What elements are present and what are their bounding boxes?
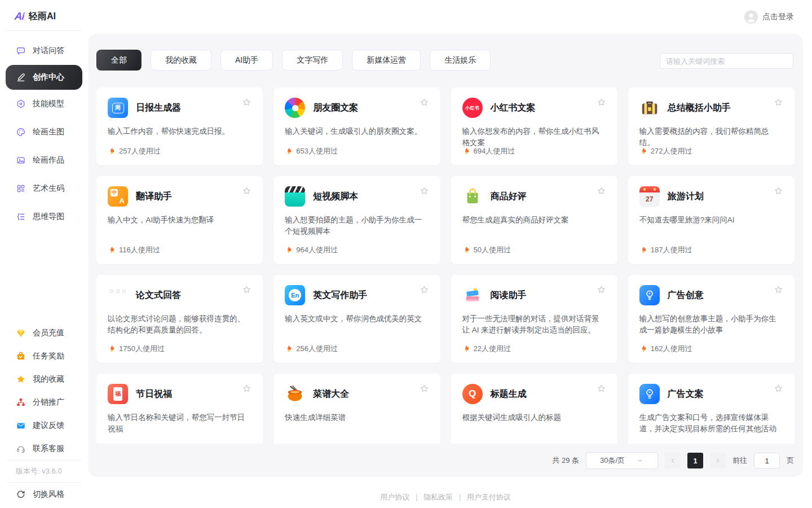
favorite-star-icon[interactable]	[420, 186, 429, 196]
sidebar-item-skill-models[interactable]: 技能模型	[0, 90, 88, 118]
qr-code-icon	[16, 183, 26, 194]
shopping-bag-icon	[462, 186, 483, 207]
usage-count: 209人使用过	[462, 443, 515, 444]
tool-card-summary-helper[interactable]: 总结概括小助手 输入需要概括的内容，我们帮你精简总结。 272人使用过	[628, 87, 795, 165]
sidebar-item-label: 联系客服	[33, 444, 64, 454]
brand-logo-icon: AI	[14, 10, 25, 23]
clapperboard-icon	[285, 186, 305, 207]
prev-page-button[interactable]	[665, 453, 681, 468]
brand-name: 轻雨AI	[29, 11, 56, 23]
favorite-star-icon[interactable]	[420, 384, 429, 393]
sidebar-item-vip-recharge[interactable]: 会员充值	[0, 321, 88, 344]
sidebar-item-chat[interactable]: 对话问答	[0, 37, 88, 65]
sidebar-item-switch-theme[interactable]: 切换风格	[0, 483, 88, 506]
flame-icon	[639, 246, 647, 254]
tab-ai-assistant[interactable]: AI助手	[220, 50, 273, 71]
tool-card-essay-answer[interactable]: 论文式回答 以论文形式讨论问题，能够获得连贯的、结构化的和更高质量的回答。 17…	[96, 275, 263, 363]
tool-card-translator[interactable]: 中A 翻译助手 输入中文，AI助手快速为您翻译 116人使用过	[96, 176, 263, 264]
sidebar-item-label: 艺术生码	[33, 183, 64, 194]
card-description: 以论文形式讨论问题，能够获得连贯的、结构化的和更高质量的回答。	[108, 313, 251, 336]
sidebar-item-label: 技能模型	[33, 99, 64, 109]
tool-card-short-video-script[interactable]: 短视频脚本 输入想要拍摄的主题，小助手为你生成一个短视频脚本 964人使用过	[273, 176, 440, 264]
favorite-star-icon[interactable]	[597, 384, 606, 393]
footer-link-payment-agreement[interactable]: 用户支付协议	[467, 493, 511, 501]
favorite-star-icon[interactable]	[774, 285, 783, 295]
headset-icon	[16, 444, 26, 454]
favorite-star-icon[interactable]	[774, 384, 783, 393]
usage-count: 96人使用过	[108, 443, 156, 444]
footer-link-user-agreement[interactable]: 用户协议	[380, 493, 409, 501]
page-size-select[interactable]: 30条/页	[586, 452, 658, 469]
moments-pinwheel-icon	[285, 98, 305, 118]
flame-icon	[639, 147, 647, 155]
sidebar-item-label: 我的收藏	[33, 374, 64, 384]
sidebar-item-feedback[interactable]: 建议反馈	[0, 414, 88, 437]
sidebar-item-creation-center[interactable]: 创作中心	[6, 65, 82, 90]
tool-card-reading-helper[interactable]: 阅读助手 对于一些无法理解的对话，提供对话背景让 AI 来进行解读并制定出适当的…	[451, 275, 617, 363]
tool-card-english-writing[interactable]: En 英文写作助手 输入英文或中文，帮你润色成优美的英文 256人使用过	[273, 275, 440, 363]
favorite-star-icon[interactable]	[242, 384, 251, 393]
favorite-star-icon[interactable]	[597, 186, 606, 196]
cards-grid: 周 日报生成器 输入工作内容，帮你快速完成日报。 257人使用过 朋友圈文案	[96, 87, 795, 444]
translate-icon: 中A	[108, 186, 128, 207]
tab-my-favorites[interactable]: 我的收藏	[151, 50, 211, 71]
tool-card-travel-plan[interactable]: 27 旅游计划 不知道去哪里旅游?来问问AI 187人使用过	[628, 176, 795, 264]
briefcase-icon	[639, 98, 660, 118]
tool-card-title-generator[interactable]: Q 标题生成 根据关键词生成吸引人的标题 209人使用过	[451, 374, 617, 444]
sidebar-item-affiliate[interactable]: 分销推广	[0, 391, 88, 414]
tool-card-ad-copy[interactable]: 广告文案 生成广告文案和口号，选择宣传媒体渠道，并决定实现目标所需的任何其他活动…	[628, 374, 795, 444]
cards-scroll-area[interactable]: 周 日报生成器 输入工作内容，帮你快速完成日报。 257人使用过 朋友圈文案	[96, 87, 795, 444]
tool-card-ad-creative[interactable]: 广告创意 输入想写的创意故事主题，小助手为你生成一篇妙趣横生的小故事 162人使…	[628, 275, 795, 363]
tab-lifestyle[interactable]: 生活娱乐	[430, 50, 491, 71]
login-label: 点击登录	[762, 12, 794, 22]
favorite-star-icon[interactable]	[242, 98, 251, 107]
tab-writing[interactable]: 文字写作	[282, 50, 343, 71]
hexagon-icon	[16, 99, 26, 109]
tool-card-daily-report[interactable]: 周 日报生成器 输入工作内容，帮你快速完成日报。 257人使用过	[96, 87, 263, 165]
favorite-star-icon[interactable]	[420, 285, 429, 295]
favorite-star-icon[interactable]	[242, 285, 251, 295]
favorite-star-icon[interactable]	[420, 98, 429, 107]
card-title: 商品好评	[491, 191, 527, 203]
sidebar-item-mindmap[interactable]: 思维导图	[0, 203, 88, 231]
favorite-star-icon[interactable]	[242, 186, 251, 196]
flame-icon	[108, 147, 116, 155]
tool-card-recipes[interactable]: 菜谱大全 快速生成详细菜谱 107人使用过	[273, 374, 440, 444]
tool-card-product-review[interactable]: 商品好评 帮您生成超真实的商品好评文案 50人使用过	[451, 176, 617, 264]
card-title: 总结概括小助手	[668, 102, 731, 114]
sidebar-item-my-favorites[interactable]: 我的收藏	[0, 367, 88, 391]
sidebar-item-task-rewards[interactable]: 任务奖励	[0, 344, 88, 367]
search-input[interactable]	[660, 53, 793, 69]
card-title: 旅游计划	[668, 191, 704, 203]
card-title: 短视频脚本	[313, 191, 358, 203]
favorite-star-icon[interactable]	[774, 186, 783, 196]
sidebar-item-artworks[interactable]: 绘画作品	[0, 146, 88, 174]
sidebar-item-label: 切换风格	[33, 489, 64, 500]
favorite-star-icon[interactable]	[597, 98, 606, 107]
card-description: 输入节日名称和关键词，帮您写一封节日祝福	[108, 412, 251, 435]
goto-page-input[interactable]	[754, 453, 780, 468]
current-page-button[interactable]: 1	[687, 453, 703, 468]
sidebar-item-label: 绘画作品	[33, 155, 64, 165]
sidebar-item-customer-service[interactable]: 联系客服	[0, 437, 88, 460]
card-title: 广告文案	[668, 388, 704, 400]
favorite-star-icon[interactable]	[597, 285, 606, 295]
brand-logo[interactable]: AI 轻雨AI	[0, 0, 88, 30]
login-button[interactable]: 点击登录	[744, 10, 794, 24]
tool-card-holiday-greeting[interactable]: 福 节日祝福 输入节日名称和关键词，帮您写一封节日祝福 96人使用过	[96, 374, 263, 444]
sidebar-item-ai-painting[interactable]: 绘画生图	[0, 118, 88, 146]
usage-count: 22人使用过	[462, 344, 511, 354]
next-page-button[interactable]	[710, 453, 726, 468]
footer-link-privacy-policy[interactable]: 隐私政策	[423, 493, 453, 501]
tab-new-media[interactable]: 新媒体运营	[352, 50, 421, 71]
pencil-icon	[16, 72, 26, 82]
sidebar-item-label: 绘画生图	[33, 127, 64, 137]
sidebar-item-art-qrcode[interactable]: 艺术生码	[0, 174, 88, 203]
pagination: 共 29 条 30条/页 1 前往 页	[552, 452, 794, 469]
tool-card-moments-copy[interactable]: 朋友圈文案 输入关键词，生成吸引人的朋友圈文案。 653人使用过	[273, 87, 440, 165]
tab-all[interactable]: 全部	[96, 50, 142, 71]
tool-card-xiaohongshu-copy[interactable]: 小红书 小红书文案 输入你想发布的内容，帮你生成小红书风格文案 694人使用过	[451, 87, 617, 165]
favorite-star-icon[interactable]	[774, 98, 783, 107]
divider	[7, 30, 81, 31]
usage-count: 964人使用过	[285, 245, 338, 255]
